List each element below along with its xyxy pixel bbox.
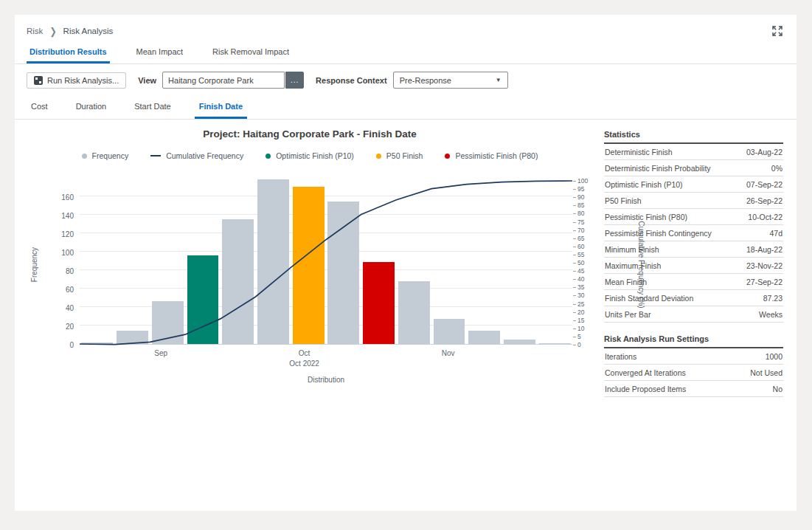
stat-label: Maximum Finish [605,261,661,270]
stat-value: 27-Sep-22 [746,278,782,286]
stat-value: 10-Oct-22 [748,213,782,221]
y-axis-right-tick: 45 [577,267,584,275]
y-axis-right-tick: 25 [577,300,584,308]
chart-area: Project: Haitang Corporate Park - Finish… [15,120,605,397]
y-axis-right-tick: 90 [577,193,584,201]
y-axis-right-tick: 55 [577,251,584,258]
legend-dot-marker [376,154,381,159]
plot-area: 020406080100120140160 Frequency 05101520… [80,176,572,345]
y-axis-right-tick: 20 [577,309,584,316]
stat-row: Optimistic Finish (P10)07-Sep-22 [604,176,783,193]
histogram-bar-frequency [434,319,465,344]
legend-dot-marker [266,154,271,159]
statistics-rows: Deterministic Finish03-Aug-22Determinist… [604,144,783,323]
x-axis-month-year: Oct 2022 [289,359,319,368]
stat-row: Include Proposed ItemsNo [604,381,783,397]
view-browse-button[interactable]: ... [285,72,304,89]
y-axis-left-tick: 100 [61,248,74,256]
subtab-start-date[interactable]: Start Date [130,97,176,119]
legend-dot-marker [445,154,450,159]
y-axis-right-tick: 65 [577,235,584,242]
gridline [80,196,572,196]
stat-value: 0% [771,164,782,173]
y-axis-right-tick: 30 [577,292,584,299]
view-input[interactable] [162,72,285,89]
stat-row: Iterations1000 [604,348,783,365]
gridline [80,214,572,215]
stat-label: Deterministic Finish Probability [605,164,711,173]
stat-label: Iterations [605,352,636,361]
stat-value: 47d [769,229,782,238]
stat-row: Finish Standard Deviation87.23 [604,290,783,306]
statistics-header: Statistics [604,130,783,144]
histogram-bar-frequency [504,340,535,344]
chevron-right-icon: ❯ [49,25,56,37]
histogram-bar-frequency [327,202,359,344]
plot-grid [80,176,572,345]
chevron-down-icon: ▼ [496,77,502,83]
main-tabs: Distribution ResultsMean ImpactRisk Remo… [15,43,797,64]
subtab-finish-date[interactable]: Finish Date [195,97,247,119]
run-settings-header: Risk Analysis Run Settings [604,334,783,348]
legend-item-frequency: Frequency [82,151,129,160]
stat-value: 03-Aug-22 [746,148,782,156]
legend-line-marker [150,155,161,156]
subtab-cost[interactable]: Cost [27,97,52,119]
toolbar: Run Risk Analysis... View ... Response C… [15,64,797,95]
histogram-bar-frequency [398,281,430,344]
legend-item-optimistic-finish-p10-: Optimistic Finish (P10) [266,151,354,160]
stat-value: 1000 [766,352,782,361]
y-axis-left-tick: 60 [66,285,74,293]
y-axis-right-tick: 60 [577,243,584,250]
histogram-bar-orange [293,187,325,344]
stat-row: Pessimistic Finish (P80)10-Oct-22 [604,209,783,225]
tab-risk-removal-impact[interactable]: Risk Removal Impact [209,43,292,63]
breadcrumb-risk-analysis: Risk Analysis [63,27,114,35]
chart-legend: FrequencyCumulative FrequencyOptimistic … [15,151,605,160]
y-axis-right-tick: 95 [577,185,584,193]
y-axis-right-tick: 10 [577,325,584,332]
y-axis-right-title: Cumulative Frequency (%) [637,221,645,308]
subtab-duration[interactable]: Duration [72,97,111,119]
stat-row: Mean Finish27-Sep-22 [604,274,783,290]
legend-label: Frequency [92,151,129,160]
stat-label: Units Per Bar [605,310,650,319]
stat-label: Include Proposed Items [605,385,686,393]
histogram-bar-frequency [222,219,254,344]
stat-value: 23-Nov-22 [746,261,782,270]
tab-mean-impact[interactable]: Mean Impact [133,43,187,63]
stat-row: Converged At IterationsNot Used [604,365,783,381]
content: Project: Haitang Corporate Park - Finish… [15,120,797,397]
legend-label: Pessimistic Finish (P80) [455,151,538,160]
y-axis-left-tick: 140 [61,211,74,219]
histogram-bar-red [363,262,395,344]
y-axis-right-tick: 70 [577,227,584,234]
y-axis-left-tick: 20 [66,322,74,330]
y-axis-right-tick: 100 [577,177,588,185]
y-axis-right-tick: 85 [577,202,584,209]
expand-fullscreen-button[interactable] [770,24,785,38]
expand-arrows-icon [771,25,783,37]
legend-label: Cumulative Frequency [166,151,243,160]
stat-value: 87.23 [763,294,782,303]
response-context-select[interactable]: Pre-Response ▼ [393,72,508,89]
y-axis-right-tick: 35 [577,283,584,291]
x-axis-month-oct: OctOct 2022 [289,349,319,368]
risk-analysis-die-icon [34,76,43,85]
x-axis-month-sep: Sep [154,349,167,357]
risk-analysis-window: Risk ❯ Risk Analysis Distribution Result… [15,15,797,511]
distribution-subtabs: CostDurationStart DateFinish Date [15,97,797,120]
stat-value: 07-Sep-22 [746,180,782,189]
run-settings-rows: Iterations1000Converged At IterationsNot… [604,348,783,397]
y-axis-right-tick: 80 [577,210,584,217]
stat-label: P50 Finish [605,196,642,205]
stat-row: Deterministic Finish03-Aug-22 [604,144,783,160]
breadcrumb-risk[interactable]: Risk [27,27,43,35]
run-risk-analysis-button[interactable]: Run Risk Analysis... [27,72,126,89]
tab-distribution-results[interactable]: Distribution Results [27,43,110,63]
y-axis-right-tick: 75 [577,218,584,226]
gridline [80,288,572,289]
stat-label: Deterministic Finish [605,148,673,156]
legend-label: P50 Finish [386,151,423,160]
stat-row: Maximum Finish23-Nov-22 [604,258,783,274]
